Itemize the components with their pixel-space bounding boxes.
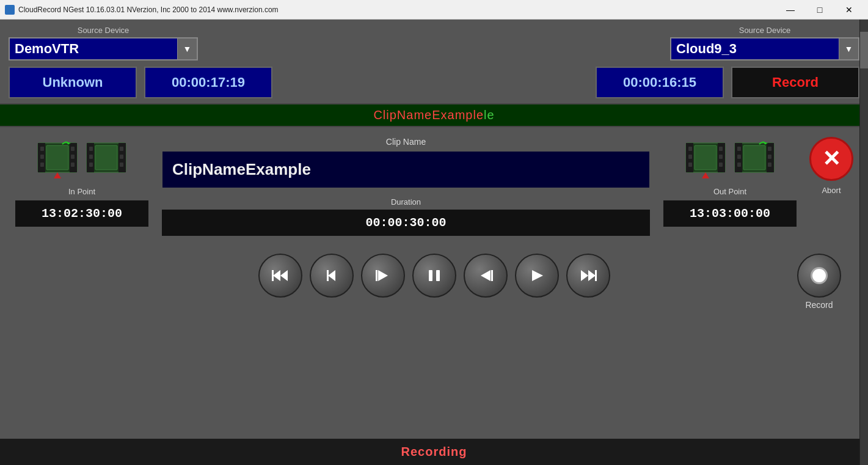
transport-row: Record [9,254,859,298]
clip-center-column: Clip Name Duration 00:00:30:00 [161,137,651,236]
record-bottom-button[interactable] [797,254,841,298]
svg-rect-49 [376,270,377,281]
svg-marker-50 [378,270,388,281]
svg-marker-10 [54,172,61,178]
svg-rect-21 [95,145,117,170]
svg-rect-19 [120,155,123,159]
forward-fast-button[interactable] [566,254,610,298]
svg-rect-17 [89,163,93,167]
in-point-column: In Point 13:02:30:00 [15,137,149,227]
right-source-dropdown[interactable]: ▼ [839,38,858,59]
clipname-red: ClipNameExample [373,108,484,122]
rewind-fast-icon [269,265,291,287]
left-source-select[interactable]: DemoVTR ▼ [9,37,198,60]
status-bar-text: Recording [401,445,467,458]
record-dot-icon [811,267,828,284]
right-source-group: Source Device Cloud9_3 ▼ [670,26,859,60]
svg-rect-5 [40,163,44,167]
right-source-select[interactable]: Cloud9_3 ▼ [670,37,859,60]
svg-marker-47 [328,270,335,281]
left-source-group: Source Device DemoVTR ▼ [9,26,198,60]
duration-label: Duration [161,197,651,207]
svg-rect-27 [688,163,692,167]
abort-column: ✕ Abort [809,137,853,195]
svg-rect-25 [688,147,692,151]
svg-rect-18 [120,147,123,151]
out-point-time: 13:03:00:00 [663,200,797,227]
svg-rect-53 [491,270,493,281]
svg-rect-42 [743,145,765,170]
svg-rect-15 [89,147,93,151]
svg-rect-29 [719,155,723,159]
record-status-button[interactable]: Record [731,67,859,98]
maximize-button[interactable]: □ [806,1,834,19]
svg-marker-57 [588,270,596,281]
left-source-dropdown[interactable]: ▼ [177,38,197,59]
minimize-button[interactable]: — [776,1,804,19]
svg-rect-58 [595,270,597,281]
timecode2-display: 00:00:16:15 [596,67,724,98]
record-bottom-group: Record [797,254,841,310]
right-source-value: Cloud9_3 [671,41,839,57]
in-point-icon-left[interactable] [35,137,79,181]
duration-section: Duration 00:00:30:00 [161,197,651,236]
play-button[interactable] [515,254,559,298]
film-svg-3 [684,137,728,181]
window-controls: — □ ✕ [776,1,863,19]
abort-button[interactable]: ✕ [809,137,853,181]
svg-rect-9 [46,145,68,170]
app-icon [5,5,15,15]
left-source-value: DemoVTR [10,41,177,57]
svg-rect-7 [71,155,75,159]
rewind-button[interactable] [310,254,354,298]
clipname-green: le [484,108,495,122]
svg-rect-26 [688,155,692,159]
svg-rect-48 [327,270,329,281]
status-bar: Recording [0,439,868,465]
film-svg-1 [35,137,79,181]
svg-rect-30 [719,163,723,167]
svg-rect-40 [768,155,771,159]
svg-rect-52 [436,270,440,281]
svg-rect-41 [768,163,771,167]
svg-rect-4 [40,155,44,159]
svg-rect-39 [768,147,771,151]
svg-marker-44 [273,270,280,281]
in-point-time: 13:02:30:00 [15,200,149,227]
svg-rect-6 [71,147,75,151]
unknown-status: Unknown [9,67,137,98]
svg-marker-56 [581,270,588,281]
out-point-label: Out Point [713,187,746,196]
out-point-icon-right[interactable] [732,137,776,181]
svg-rect-37 [737,155,741,159]
svg-rect-28 [719,147,723,151]
goto-in-button[interactable] [361,254,405,298]
pause-button[interactable] [412,254,456,298]
close-button[interactable]: ✕ [835,1,863,19]
out-point-icons [684,137,776,181]
svg-marker-54 [481,270,491,281]
right-source-label: Source Device [670,26,859,35]
svg-marker-55 [532,270,543,281]
rewind-fast-button[interactable] [258,254,302,298]
goto-out-icon [475,265,497,287]
in-point-icon-right[interactable] [84,137,128,181]
svg-rect-31 [695,145,717,170]
svg-rect-38 [737,163,741,167]
middle-section: In Point 13:02:30:00 Clip Name Duration … [9,137,859,236]
scrollbar[interactable] [859,20,868,465]
rewind-icon [321,265,343,287]
source-row: Source Device DemoVTR ▼ Source Device Cl… [9,26,859,60]
scroll-thumb[interactable] [860,32,868,68]
film-svg-2 [84,137,128,181]
film-svg-4 [732,137,776,181]
out-point-icon-left[interactable] [684,137,728,181]
clip-name-input[interactable] [161,150,651,189]
out-point-column: Out Point 13:03:00:00 [663,137,797,227]
in-point-label: In Point [68,187,95,196]
goto-out-button[interactable] [464,254,508,298]
pause-icon [423,265,445,287]
svg-rect-51 [429,270,432,281]
svg-marker-32 [702,172,709,178]
svg-rect-3 [40,147,44,151]
